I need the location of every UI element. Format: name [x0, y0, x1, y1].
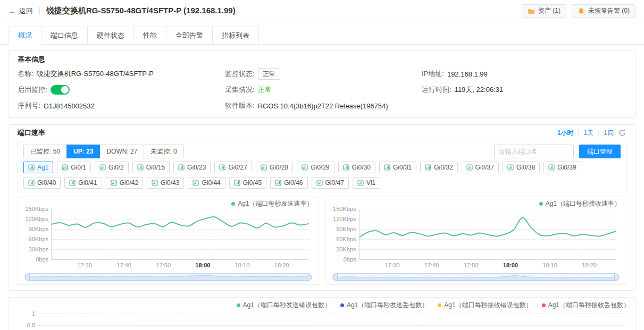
port-manage-button[interactable]: 端口管理 [579, 145, 621, 158]
port-chip-label: Gi0/37 [475, 164, 494, 171]
x-axis-label: 17:50 [156, 262, 171, 268]
field-value: 119天, 22:06:31 [455, 85, 504, 95]
period-option[interactable]: 1天 [584, 129, 594, 138]
period-selector: 1小时|1天|1周 [557, 129, 614, 138]
legend-label: Ag1（端口每秒发送速率） [238, 199, 313, 208]
tab-all-alarms[interactable]: 全部告警 [166, 27, 213, 45]
tab-hardware-status[interactable]: 硬件状态 [87, 27, 134, 45]
x-axis-labels: 17:3017:4017:5018:0018:1018:20 [359, 261, 617, 269]
port-chip[interactable]: Ag1 [23, 162, 53, 173]
slider-handle-right[interactable] [614, 274, 619, 281]
tab-metric-list[interactable]: 指标列表 [212, 27, 259, 45]
port-chip[interactable]: Gi0/40 [23, 177, 61, 189]
port-chip[interactable]: Gi0/47 [312, 177, 349, 189]
field-name: 名称:锐捷交换机RG-S5750-48GT/4SFTP-P [18, 67, 225, 80]
status-filter-monitored[interactable]: 已监控: 50 [23, 145, 67, 158]
legend-dot [438, 303, 441, 307]
legend-dot [340, 303, 344, 307]
status-filter-down[interactable]: DOWN: 27 [99, 145, 144, 158]
status-filter-unmonitored[interactable]: 未监控: 0 [144, 145, 183, 158]
packet-legend-item: Ag1（端口每秒发送错误包数） [237, 301, 331, 310]
port-chip[interactable]: Gi0/41 [64, 177, 102, 189]
port-chip[interactable]: Gi0/23 [173, 162, 211, 173]
port-chip[interactable]: Gi0/27 [214, 162, 252, 173]
port-chip[interactable]: Gi0/15 [132, 162, 170, 173]
topbar: ← 返回 锐捷交换机RG-S5750-48GT/4SFTP-P (192.168… [0, 0, 644, 22]
port-chip[interactable]: Gi0/30 [338, 162, 375, 173]
port-chip[interactable]: Vl1 [353, 177, 380, 189]
port-chip[interactable]: Gi0/44 [188, 177, 225, 189]
port-icon [384, 164, 390, 171]
field-label: 监控状态: [225, 69, 255, 79]
legend-dot [539, 202, 543, 206]
port-chip[interactable]: Gi0/37 [462, 162, 499, 173]
tab-performance[interactable]: 性能 [133, 27, 166, 45]
field-label: 采集情况: [225, 85, 255, 95]
port-chip-list: Ag1Gi0/1Gi0/2Gi0/15Gi0/23Gi0/27Gi0/28Gi0… [23, 162, 621, 189]
legend-dot [542, 303, 546, 307]
x-axis-label: 17:30 [77, 262, 92, 268]
y-axis-label: 30Kbps [29, 246, 48, 252]
field-monitor-enabled: 启用监控: [18, 83, 225, 96]
back-button[interactable]: ← 返回 [9, 6, 33, 16]
port-chip-label: Gi0/38 [516, 164, 535, 171]
port-chip[interactable]: Gi0/45 [229, 177, 266, 189]
port-chip[interactable]: Gi0/2 [95, 162, 129, 173]
port-chip-label: Gi0/23 [187, 164, 206, 171]
field-value: 192.168.1.99 [447, 70, 488, 78]
port-chip-label: Gi0/39 [557, 164, 576, 171]
slider-handle-right[interactable] [307, 274, 312, 281]
port-chip[interactable]: Gi0/28 [256, 162, 293, 173]
content: 基本信息 名称:锐捷交换机RG-S5750-48GT/4SFTP-P监控状态:正… [0, 45, 644, 330]
status-filter-up[interactable]: UP: 23 [66, 145, 100, 158]
port-icon [466, 164, 473, 171]
range-slider[interactable] [332, 273, 620, 281]
port-rate-head: 端口速率 1小时|1天|1周 [9, 125, 635, 141]
port-chip[interactable]: Gi0/46 [270, 177, 307, 189]
port-chip[interactable]: Gi0/31 [379, 162, 416, 173]
tab-port-info[interactable]: 端口信息 [41, 27, 88, 45]
rate-line-chart [52, 209, 309, 259]
port-icon [357, 180, 364, 186]
port-chip-label: Gi0/30 [352, 164, 371, 171]
port-icon [193, 180, 199, 186]
port-chip[interactable]: Gi0/38 [503, 162, 540, 173]
port-chip[interactable]: Gi0/42 [106, 177, 143, 189]
port-search-input[interactable] [494, 145, 574, 158]
slider-handle-left[interactable] [333, 274, 338, 281]
legend-label: Ag1（端口每秒发送丢包数） [347, 301, 428, 310]
period-option[interactable]: 1周 [604, 129, 614, 138]
tab-overview[interactable]: 概况 [9, 27, 41, 45]
x-axis-label: 17:30 [385, 262, 400, 268]
port-chip[interactable]: Gi0/43 [147, 177, 184, 189]
slider-handle-left[interactable] [25, 274, 30, 281]
monitor-toggle[interactable] [51, 85, 70, 95]
asset-button[interactable]: 资产 (1) [522, 4, 566, 18]
port-chip[interactable]: Gi0/29 [297, 162, 334, 173]
port-chip-label: Gi0/44 [202, 179, 220, 187]
port-chip[interactable]: Gi0/32 [420, 162, 457, 173]
topbar-right: 资产 (1) 未恢复告警 (0) [522, 4, 635, 18]
port-chip-label: Gi0/32 [434, 164, 453, 171]
port-filter-right: 端口管理 [494, 145, 621, 158]
port-chip[interactable]: Gi0/1 [57, 162, 91, 173]
field-software-version: 软件版本:RGOS 10.4(3b16)p2T22 Release(196754… [225, 99, 422, 112]
period-option[interactable]: 1小时 [557, 129, 574, 138]
range-slider[interactable] [24, 273, 312, 281]
rate-line-chart [359, 209, 617, 259]
field-value: 锐捷交换机RG-S5750-48GT/4SFTP-P [37, 69, 154, 79]
port-chip[interactable]: Gi0/39 [543, 162, 581, 173]
port-chip-label: Gi0/31 [393, 164, 412, 171]
rate-chart-box: Ag1（端口每秒发送速率）150Kbps120Kbps90Kbps60Kbps3… [18, 197, 319, 285]
packet-legend-item: Ag1（端口每秒发送丢包数） [340, 301, 428, 310]
port-icon [261, 164, 267, 171]
refresh-icon[interactable] [618, 129, 626, 137]
back-label: 返回 [19, 6, 33, 16]
legend-label: Ag1（端口每秒接收丢包数） [548, 301, 630, 310]
y-axis-label: 120Kbps [333, 216, 356, 222]
port-chip-label: Gi0/2 [108, 164, 124, 171]
unrecovered-alarm-button[interactable]: 未恢复告警 (0) [572, 4, 635, 18]
port-chip-label: Gi0/45 [243, 179, 262, 187]
legend-dot [237, 303, 240, 307]
port-icon [548, 164, 555, 171]
